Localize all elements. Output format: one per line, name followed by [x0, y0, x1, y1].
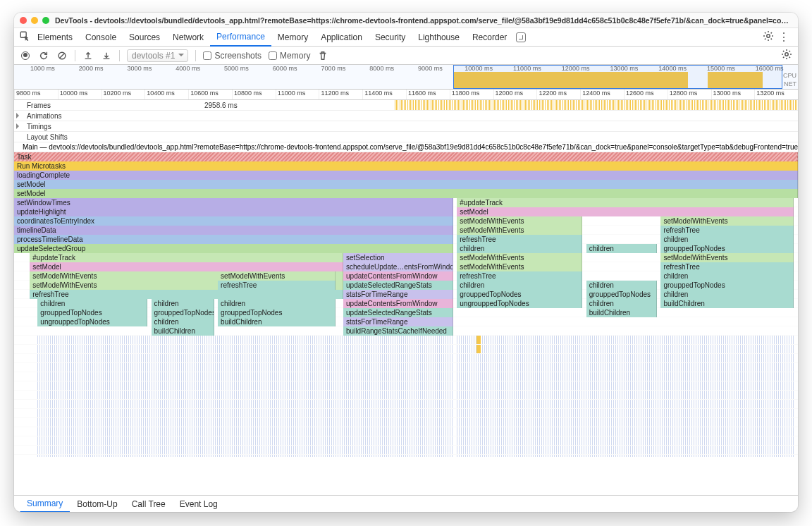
- flame-bar[interactable]: refreshTree: [660, 262, 794, 271]
- flame-chart[interactable]: TaskRun MicrotasksloadingCompletesetMode…: [14, 152, 798, 457]
- screenshots-checkbox[interactable]: Screenshots: [203, 51, 262, 61]
- flame-bar[interactable]: setModelWithEvents: [218, 271, 336, 281]
- flame-bar[interactable]: updateSelectedRangeStats: [343, 308, 453, 317]
- close-icon[interactable]: [20, 17, 27, 24]
- more-icon[interactable]: ⋮: [774, 30, 794, 44]
- flame-bar[interactable]: coordinatesToEntryIndex: [14, 216, 453, 226]
- tab-performance[interactable]: Performance: [210, 28, 271, 47]
- flame-bar[interactable]: children: [152, 299, 214, 308]
- record-button[interactable]: [20, 50, 31, 61]
- flame-bar[interactable]: statsForTimeRange: [343, 290, 453, 299]
- flame-bar[interactable]: Task: [14, 152, 798, 161]
- flame-bar[interactable]: #updateTrack: [457, 198, 794, 207]
- flame-bar[interactable]: children: [152, 317, 214, 326]
- flame-bar[interactable]: refreshTree: [218, 281, 336, 290]
- flame-bar[interactable]: children: [586, 281, 657, 290]
- btab-event-log[interactable]: Event Log: [173, 496, 225, 512]
- flame-bar[interactable]: buildChildren: [660, 299, 794, 308]
- flame-bar[interactable]: setModel: [14, 189, 798, 198]
- btab-call-tree[interactable]: Call Tree: [125, 496, 173, 512]
- flame-bar[interactable]: setModelWithEvents: [457, 253, 582, 262]
- flame-bar[interactable]: scheduleUpdate…entsFromWindow: [343, 262, 453, 271]
- flame-bar[interactable]: grouppedTopNodes: [37, 308, 147, 317]
- flame-bar[interactable]: Run Microtasks: [14, 161, 798, 171]
- flame-bar[interactable]: processTimelineData: [14, 235, 453, 244]
- flame-bar[interactable]: grouppedTopNodes: [218, 308, 336, 317]
- track-timings[interactable]: Timings: [14, 121, 798, 132]
- tab-security[interactable]: Security: [369, 29, 412, 46]
- track-frames[interactable]: Frames 2958.6 ms: [14, 100, 798, 111]
- track-layout-shifts[interactable]: Layout Shifts: [14, 132, 798, 142]
- flame-bar[interactable]: grouppedTopNodes: [457, 290, 582, 299]
- flame-bar[interactable]: setModelWithEvents: [660, 253, 794, 262]
- reload-button[interactable]: [38, 50, 49, 61]
- flame-bar[interactable]: setModelWithEvents: [457, 262, 582, 271]
- btab-summary[interactable]: Summary: [20, 496, 70, 513]
- flame-bar[interactable]: setModelWithEvents: [660, 216, 794, 226]
- flame-bar[interactable]: grouppedTopNodes: [660, 244, 794, 253]
- flame-bar[interactable]: refreshTree: [30, 290, 343, 299]
- flame-bar[interactable]: children: [586, 299, 657, 308]
- load-profile-button[interactable]: [82, 50, 94, 61]
- btab-bottom-up[interactable]: Bottom-Up: [70, 496, 124, 512]
- profile-select[interactable]: devtools #1: [127, 49, 188, 62]
- flame-bar[interactable]: ungrouppedTopNodes: [37, 317, 147, 326]
- clear-button[interactable]: [56, 50, 68, 61]
- flame-bar[interactable]: buildChildren: [152, 326, 214, 336]
- flame-bar[interactable]: children: [457, 244, 582, 253]
- tab-application[interactable]: Application: [314, 29, 369, 46]
- flame-bar[interactable]: children: [457, 281, 582, 290]
- flame-bar[interactable]: setSelection: [343, 253, 453, 262]
- flame-bar[interactable]: statsForTimeRange: [343, 317, 453, 326]
- settings-icon[interactable]: [763, 30, 774, 44]
- track-animations[interactable]: Animations: [14, 111, 798, 121]
- flame-bar[interactable]: grouppedTopNodes: [660, 281, 794, 290]
- perf-settings-icon[interactable]: [781, 49, 792, 62]
- memory-checkbox[interactable]: Memory: [269, 51, 310, 61]
- flame-bar[interactable]: timelineData: [14, 226, 453, 235]
- tab-recorder[interactable]: Recorder: [466, 29, 513, 46]
- main-thread-header[interactable]: Main — devtools://devtools/bundled/devto…: [14, 142, 798, 152]
- tab-memory[interactable]: Memory: [271, 29, 314, 46]
- flame-bar[interactable]: children: [660, 290, 794, 299]
- flame-bar[interactable]: setModelWithEvents: [457, 226, 582, 235]
- flame-bar[interactable]: children: [586, 244, 657, 253]
- flame-bar[interactable]: ungrouppedTopNodes: [457, 299, 582, 308]
- flame-bar[interactable]: children: [660, 235, 794, 244]
- flame-bar[interactable]: updateSelectedGroup: [14, 244, 453, 253]
- flame-bar[interactable]: buildChildren: [218, 317, 336, 326]
- flame-bar[interactable]: children: [660, 271, 794, 281]
- tab-console[interactable]: Console: [79, 29, 123, 46]
- save-profile-button[interactable]: [101, 50, 112, 61]
- flame-bar[interactable]: buildRangeStatsCacheIfNeeded: [343, 326, 453, 336]
- flame-bar[interactable]: refreshTree: [660, 226, 794, 235]
- flame-bar[interactable]: setModelWithEvents: [457, 216, 582, 226]
- flame-bar[interactable]: updateSelectedRangeStats: [343, 281, 453, 290]
- overview-timeline[interactable]: 1000 ms2000 ms3000 ms4000 ms5000 ms6000 …: [14, 65, 798, 90]
- flame-bar[interactable]: updateHighlight: [14, 207, 453, 216]
- flame-bar[interactable]: setModel: [30, 262, 343, 271]
- flame-bar[interactable]: refreshTree: [457, 235, 582, 244]
- flame-bar[interactable]: buildChildren: [586, 308, 657, 317]
- flame-bar[interactable]: loadingComplete: [14, 171, 798, 180]
- tab-lighthouse[interactable]: Lighthouse: [412, 29, 466, 46]
- flame-bar[interactable]: setModel: [14, 180, 798, 189]
- minimize-icon[interactable]: [31, 17, 38, 24]
- flame-bar[interactable]: refreshTree: [457, 271, 582, 281]
- flame-bar[interactable]: grouppedTopNodes: [586, 290, 657, 299]
- tab-sources[interactable]: Sources: [123, 29, 166, 46]
- flame-bar[interactable]: children: [218, 299, 336, 308]
- flame-bar[interactable]: updateContentsFromWindow: [343, 299, 453, 308]
- flame-bar[interactable]: grouppedTopNodes: [152, 308, 214, 317]
- inspect-icon[interactable]: [18, 31, 31, 43]
- flame-bar[interactable]: children: [37, 299, 147, 308]
- trash-button[interactable]: [317, 50, 328, 61]
- time-ruler[interactable]: 9800 ms10000 ms10200 ms10400 ms10600 ms1…: [14, 90, 798, 100]
- flame-bar[interactable]: updateContentsFromWindow: [343, 271, 453, 281]
- flame-bar[interactable]: setModel: [457, 207, 794, 216]
- tab-elements[interactable]: Elements: [31, 29, 79, 46]
- tab-network[interactable]: Network: [166, 29, 210, 46]
- flame-bar[interactable]: #updateTrack: [30, 253, 343, 262]
- maximize-icon[interactable]: [42, 17, 49, 24]
- flame-bar[interactable]: setWindowTimes: [14, 198, 453, 207]
